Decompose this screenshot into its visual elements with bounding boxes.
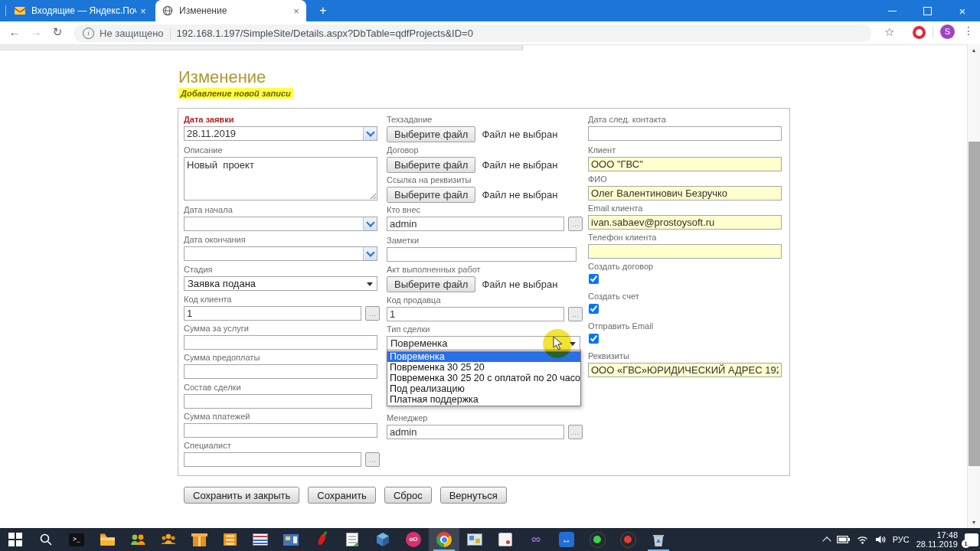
client-email-input[interactable] xyxy=(588,215,782,230)
taskbar-chili-app-icon[interactable] xyxy=(306,528,337,551)
dropdown-option[interactable]: Повременка 30 25 20 xyxy=(387,362,580,373)
chevron-down-icon[interactable] xyxy=(363,217,377,230)
requisites-input[interactable] xyxy=(588,363,782,377)
request-date-input[interactable] xyxy=(184,126,377,141)
battery-icon[interactable] xyxy=(837,536,850,543)
taskbar-virtualbox-icon[interactable] xyxy=(368,528,398,551)
client-code-input[interactable] xyxy=(184,306,361,321)
tab-close-icon[interactable]: × xyxy=(137,5,149,17)
description-textarea[interactable]: Новый проект xyxy=(184,157,377,201)
create-contract-checkbox[interactable] xyxy=(589,274,599,284)
tech-spec-file-button[interactable]: Выберите файл xyxy=(387,126,475,142)
taskbar-contacts-app-icon[interactable] xyxy=(122,528,153,551)
forward-button[interactable]: → xyxy=(28,25,44,38)
taskbar-visual-studio-icon[interactable]: ∞ xyxy=(521,528,551,551)
close-button[interactable]: × xyxy=(945,0,980,21)
client-input[interactable] xyxy=(588,157,782,171)
taskbar-camtasia-icon[interactable]: oO xyxy=(398,528,429,551)
scroll-down-icon[interactable]: ▼ xyxy=(968,517,980,528)
language-indicator[interactable]: РУС xyxy=(893,535,910,544)
seller-code-input[interactable] xyxy=(387,307,564,321)
new-tab-button[interactable]: + xyxy=(314,4,332,18)
client-phone-input[interactable] xyxy=(588,244,782,259)
completion-act-file-button[interactable]: Выберите файл xyxy=(387,276,475,292)
return-button[interactable]: Вернуться xyxy=(440,487,507,504)
wifi-icon[interactable] xyxy=(857,536,868,544)
taskbar-people-app-icon[interactable] xyxy=(153,528,184,551)
notification-center-icon[interactable]: 1 xyxy=(965,533,978,546)
taskbar-file-explorer-icon[interactable] xyxy=(92,528,122,551)
entered-by-lookup-button[interactable]: … xyxy=(568,217,583,231)
end-date-input[interactable] xyxy=(184,246,377,261)
taskbar-record-red-icon[interactable] xyxy=(612,528,643,551)
requisites-file-button[interactable]: Выберите файл xyxy=(387,187,475,203)
address-bar[interactable]: i Не защищено 192.168.1.197/SimpleSite/D… xyxy=(74,24,871,42)
profile-avatar[interactable]: S xyxy=(940,24,955,39)
manager-input[interactable] xyxy=(387,425,564,439)
taskbar-table-app-icon[interactable] xyxy=(245,528,276,551)
save-and-close-button[interactable]: Сохранить и закрыть xyxy=(184,487,299,504)
specialist-lookup-button[interactable]: … xyxy=(365,452,380,467)
seller-code-lookup-button[interactable]: … xyxy=(568,307,583,321)
taskbar-snipping-tool-icon[interactable] xyxy=(490,528,521,551)
tab-yandex-mail[interactable]: Входящие — Яндекс.Почта × xyxy=(8,0,153,21)
full-name-input[interactable] xyxy=(588,186,782,201)
entered-by-input[interactable] xyxy=(387,217,564,231)
page-scrollbar[interactable]: ▲ ▼ xyxy=(967,44,980,528)
dropdown-option[interactable]: Платная поддержка xyxy=(387,394,580,405)
security-label[interactable]: Не защищено xyxy=(100,28,164,39)
taskbar-teamviewer-icon[interactable]: ↔ xyxy=(551,528,582,551)
reset-button[interactable]: Сброс xyxy=(384,487,432,504)
tray-chevron-up-icon[interactable] xyxy=(822,536,831,545)
taskbar-chrome-icon[interactable] xyxy=(429,528,459,551)
field-deal-structure: Состав сделки xyxy=(184,383,372,409)
browser-menu-icon[interactable]: ⋮ xyxy=(963,24,974,37)
info-icon[interactable]: i xyxy=(83,28,94,39)
taskbar-image-viewer-icon[interactable] xyxy=(459,528,490,551)
maximize-button[interactable] xyxy=(910,0,945,21)
reload-button[interactable]: ↻ xyxy=(49,25,66,39)
taskbar-cmd-icon[interactable]: >_ xyxy=(61,528,92,551)
taskbar-forms-app-icon[interactable] xyxy=(276,528,306,551)
start-button[interactable] xyxy=(0,528,31,551)
date-combobox[interactable] xyxy=(184,126,377,141)
service-amount-input[interactable] xyxy=(184,335,377,350)
stage-select[interactable]: Заявка подана xyxy=(184,276,377,291)
next-contact-date-input[interactable] xyxy=(588,126,782,141)
tab-izmenenie[interactable]: Изменение × xyxy=(155,0,306,21)
back-button[interactable]: ← xyxy=(6,25,23,38)
send-email-checkbox[interactable] xyxy=(589,334,599,344)
scroll-up-icon[interactable]: ▲ xyxy=(968,44,980,56)
dropdown-option[interactable]: Повременка 30 25 20 с оплатой по 20 часо… xyxy=(387,373,580,383)
start-date-input[interactable] xyxy=(184,217,377,231)
date-combobox[interactable] xyxy=(184,246,377,261)
taskbar-recycle-bin-icon[interactable] xyxy=(643,528,674,551)
taskbar-search-button[interactable] xyxy=(31,528,61,551)
taskbar-record-green-icon[interactable] xyxy=(582,528,612,551)
manager-lookup-button[interactable]: … xyxy=(568,425,583,439)
dropdown-option[interactable]: Под реализацию xyxy=(387,383,580,394)
contract-file-button[interactable]: Выберите файл xyxy=(387,157,475,173)
prepayment-amount-input[interactable] xyxy=(184,364,377,379)
minimize-button[interactable] xyxy=(874,0,910,21)
bookmark-star-icon[interactable]: ☆ xyxy=(884,25,894,39)
specialist-input[interactable] xyxy=(184,452,361,467)
client-code-lookup-button[interactable]: … xyxy=(365,306,380,321)
url-text[interactable]: 192.168.1.197/SimpleSite/Details.aspx?Db… xyxy=(177,28,473,39)
taskbar-cabinet-app-icon[interactable] xyxy=(214,528,245,551)
notes-input[interactable] xyxy=(387,247,577,262)
payments-amount-input[interactable] xyxy=(184,423,377,438)
save-button[interactable]: Сохранить xyxy=(308,487,376,504)
create-invoice-checkbox[interactable] xyxy=(589,304,599,314)
date-combobox[interactable] xyxy=(184,217,377,231)
tab-close-icon[interactable]: × xyxy=(290,5,302,17)
volume-icon[interactable] xyxy=(875,535,886,544)
taskbar-clock[interactable]: 17:48 28.11.2019 xyxy=(916,530,958,549)
scrollbar-thumb[interactable] xyxy=(969,142,980,466)
extension-icon[interactable] xyxy=(913,26,926,39)
chevron-down-icon[interactable] xyxy=(363,247,377,260)
deal-structure-input[interactable] xyxy=(184,394,372,409)
taskbar-notes-app-icon[interactable] xyxy=(337,528,368,551)
chevron-down-icon[interactable] xyxy=(363,127,377,140)
taskbar-archive-app-icon[interactable] xyxy=(184,528,214,551)
